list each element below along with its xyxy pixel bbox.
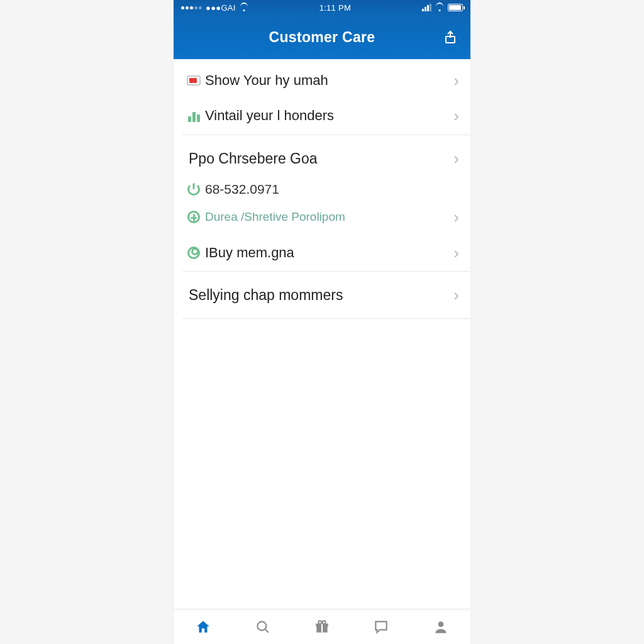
bars-icon <box>188 109 200 122</box>
row-buy[interactable]: IBuy mem.gna › <box>174 235 470 271</box>
row-sub[interactable]: Durea /Shretive Porolipom › <box>174 203 470 231</box>
row-sellying[interactable]: Sellying chap mommers › <box>174 272 470 318</box>
search-icon <box>255 619 271 635</box>
home-icon <box>195 619 211 635</box>
wifi-icon <box>240 4 248 11</box>
svg-point-7 <box>323 620 326 623</box>
cell-bars-icon <box>422 4 431 11</box>
chevron-right-icon: › <box>453 243 459 263</box>
wifi-icon-right <box>435 4 444 11</box>
row-ppo-header[interactable]: Ppo Chrsebere Goa › <box>174 135 470 175</box>
svg-point-1 <box>257 621 266 630</box>
row-label: Show Your hy umah <box>205 72 453 89</box>
profile-icon <box>433 619 449 635</box>
page-title: Customer Care <box>269 29 375 46</box>
share-icon <box>443 30 458 45</box>
buy-label: IBuy mem.gna <box>205 245 453 261</box>
status-right <box>422 4 463 11</box>
nav-header: Customer Care <box>174 15 470 59</box>
battery-icon <box>448 4 463 11</box>
phone-number: 68-532.0971 <box>205 182 453 197</box>
chevron-right-icon: › <box>453 286 459 305</box>
tab-chat[interactable] <box>352 619 411 635</box>
signal-dots-icon <box>181 6 202 9</box>
status-left: ●●●GAI <box>181 3 248 13</box>
chat-icon <box>373 619 389 635</box>
section-title: Sellying chap mommers <box>186 287 453 304</box>
tab-home[interactable] <box>174 619 233 635</box>
chevron-right-icon: › <box>453 106 459 126</box>
globe-icon <box>187 211 200 223</box>
sub-label: Durea /Shretive Porolipom <box>205 210 453 224</box>
ring-icon <box>187 247 200 259</box>
tab-profile[interactable] <box>411 619 470 635</box>
carrier-label: ●●●GAI <box>206 3 236 13</box>
svg-rect-5 <box>321 623 323 632</box>
row-phone[interactable]: 68-532.0971 › <box>174 175 470 203</box>
svg-point-8 <box>438 621 443 627</box>
status-time: 1:11 PM <box>248 3 422 13</box>
svg-line-2 <box>265 629 268 632</box>
share-button[interactable] <box>441 28 459 46</box>
tab-search[interactable] <box>233 619 292 635</box>
chevron-right-icon: › <box>453 149 459 169</box>
status-bar: ●●●GAI 1:11 PM <box>174 0 470 15</box>
phone-frame: ●●●GAI 1:11 PM Customer Care Show Your h… <box>174 0 470 644</box>
card-icon <box>187 75 201 86</box>
section-title: Ppo Chrsebere Goa <box>186 150 453 167</box>
chevron-right-icon: › <box>453 71 459 91</box>
row-show-your[interactable]: Show Your hy umah › <box>174 59 470 97</box>
chevron-right-icon: › <box>453 208 459 227</box>
svg-point-6 <box>318 620 321 623</box>
tab-gift[interactable] <box>292 619 352 635</box>
row-label: Vintail yeur l honders <box>205 108 453 124</box>
divider <box>182 318 470 319</box>
row-vintail[interactable]: Vintail yeur l honders › <box>174 97 470 135</box>
tab-bar <box>174 609 470 644</box>
power-icon <box>187 183 200 196</box>
content-list: Show Your hy umah › Vintail yeur l honde… <box>174 59 470 609</box>
gift-icon <box>314 619 330 635</box>
